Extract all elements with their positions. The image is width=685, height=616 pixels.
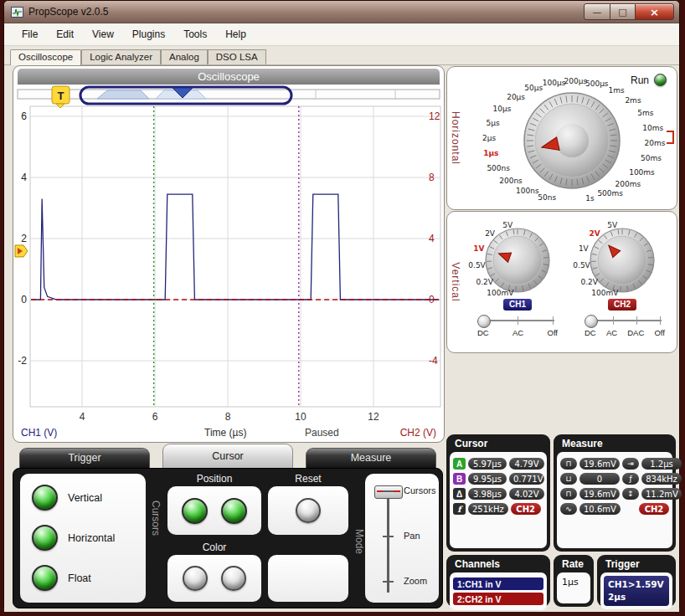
ch2-coupling-off[interactable]: Off <box>654 328 665 337</box>
cursor-channel-badge: CH2 <box>511 503 541 515</box>
timebase-scrollbar[interactable]: T <box>13 85 444 108</box>
menu-item-file[interactable]: File <box>13 26 47 43</box>
cursor-f-value-1: 251kHz <box>468 503 508 515</box>
ch1-scale-100mv[interactable]: 100mV <box>487 289 513 297</box>
ch2-coupling-dc[interactable]: DC <box>585 328 596 337</box>
menu-item-tools[interactable]: Tools <box>174 26 216 43</box>
timebase-scale-20-s[interactable]: 20µs <box>507 93 525 101</box>
channel-row-2-ch2-in-v[interactable]: 2:CH2 in V <box>453 593 543 605</box>
ch1-scale-5v[interactable]: 5V <box>502 221 512 229</box>
maximize-button[interactable]: □ <box>610 3 635 20</box>
trigger-settings[interactable]: CH1>1.59V 2µs <box>604 576 669 606</box>
timebase-scale-20ms[interactable]: 20ms <box>644 139 665 147</box>
timebase-scale-10-s[interactable]: 10µs <box>493 105 512 113</box>
timebase-scale-5-s[interactable]: 5µs <box>487 119 500 127</box>
timebase-scale-500ns[interactable]: 500ns <box>487 164 510 172</box>
timebase-scale-5ms[interactable]: 5ms <box>637 109 653 117</box>
tab-oscilloscope[interactable]: Oscilloscope <box>10 49 81 65</box>
controls-tab-trigger[interactable]: Trigger <box>19 448 150 468</box>
run-led-button[interactable] <box>654 74 667 86</box>
ch2-scale-2v[interactable]: 2V <box>589 229 600 238</box>
ch1-coupling-dc[interactable]: DC <box>477 328 489 337</box>
rate-value: 1µs <box>559 575 588 589</box>
timebase-scale-1s[interactable]: 1s <box>585 194 594 203</box>
ch2-scale-100mv[interactable]: 100mV <box>591 289 618 297</box>
close-button[interactable]: × <box>635 3 674 20</box>
mode-slider-handle[interactable] <box>374 485 403 499</box>
mode-group-label: Mode <box>353 529 365 554</box>
controls-tab-measure[interactable]: Measure <box>306 448 436 468</box>
menu-item-help[interactable]: Help <box>216 26 255 43</box>
timebase-scale-200ns[interactable]: 200ns <box>499 177 523 185</box>
timebase-scale-1-s[interactable]: 1µs <box>483 149 498 157</box>
mode-option-cursors[interactable]: Cursors <box>404 485 436 495</box>
timebase-scale-200ms[interactable]: 200ms <box>615 180 641 188</box>
horizontal-panel: Horizontal Run 50ns100ns200ns500ns1µs2µs… <box>446 66 677 210</box>
vertical-cursor-led-button[interactable] <box>32 485 58 511</box>
titlebar[interactable]: PropScope v2.0.5 — □ × <box>4 1 679 23</box>
ch1-badge: CH1 <box>503 299 532 311</box>
color-knob-1[interactable] <box>183 566 208 591</box>
ch1-coupling-slider[interactable]: DCACOff <box>476 314 559 337</box>
controls-tab-cursor[interactable]: Cursor <box>162 444 293 468</box>
trigger-time-marker[interactable]: T <box>52 86 70 108</box>
ch2-coupling-handle[interactable] <box>585 315 598 328</box>
position-knob-2[interactable] <box>221 498 247 524</box>
horizontal-cursor-led-button[interactable] <box>32 525 58 551</box>
scope-plot[interactable]: 46810126420-212840-4 <box>13 66 444 442</box>
reset-button[interactable] <box>296 498 321 523</box>
app-icon <box>11 7 23 18</box>
ch1-scale-0-2v[interactable]: 0.2V <box>476 278 493 286</box>
ch2-coupling-slider[interactable]: DCACDACOff <box>583 314 667 337</box>
timebase-scale-100ms[interactable]: 100ms <box>629 168 655 177</box>
ch1-scale-0-5v[interactable]: 0.5V <box>468 261 485 270</box>
timebase-scale-100-s[interactable]: 100µs <box>543 79 566 87</box>
plot-footer: CH1 (V) Time (µs) Paused CH2 (V) <box>13 427 444 439</box>
cursors-group-label: Cursors <box>150 501 162 536</box>
minimize-button[interactable]: — <box>584 3 610 20</box>
measure-panel-title: Measure <box>554 434 676 452</box>
position-knob-1[interactable] <box>182 498 208 524</box>
tab-logic-analyzer[interactable]: Logic Analyzer <box>81 49 161 64</box>
ch2-scale-1v[interactable]: 1V <box>579 244 589 253</box>
tab-dso-lsa[interactable]: DSO LSA <box>208 49 266 64</box>
float-cursor-led-button[interactable] <box>32 565 58 591</box>
timebase-scale-2ms[interactable]: 2ms <box>625 96 641 105</box>
color-knob-2[interactable] <box>221 566 246 591</box>
svg-text:4: 4 <box>80 411 85 423</box>
svg-text:12: 12 <box>429 110 440 122</box>
ch1-coupling-off[interactable]: Off <box>548 328 559 337</box>
menu-item-view[interactable]: View <box>83 26 123 43</box>
mode-option-zoom[interactable]: Zoom <box>404 576 427 586</box>
cursor-badge-b: B <box>453 473 466 485</box>
ch2-coupling-ac[interactable]: AC <box>606 328 617 337</box>
mode-option-pan[interactable]: Pan <box>404 531 420 541</box>
ch1-scale-2v[interactable]: 2V <box>485 229 495 238</box>
ch2-scale-5v[interactable]: 5V <box>607 221 617 229</box>
ch2-coupling-dac[interactable]: DAC <box>627 328 644 337</box>
timebase-scale-50ns[interactable]: 50ns <box>538 193 556 202</box>
timebase-scale-2-s[interactable]: 2µs <box>482 134 496 142</box>
measure-value: 19.6mV <box>579 488 620 500</box>
ch2-scale-0-2v[interactable]: 0.2V <box>581 278 598 286</box>
tab-analog[interactable]: Analog <box>161 49 208 64</box>
timebase-scale-100ns[interactable]: 100ns <box>516 187 539 195</box>
ch1-coupling-ac[interactable]: AC <box>512 328 523 337</box>
menu-item-plugins[interactable]: Plugins <box>123 26 174 43</box>
timebase-scale-50ms[interactable]: 50ms <box>641 154 662 162</box>
timebase-scale-500-s[interactable]: 500µs <box>585 80 609 88</box>
timebase-scale-200-s[interactable]: 200µs <box>564 77 588 85</box>
ch1-scale-1v[interactable]: 1V <box>473 244 484 253</box>
timebase-scale-500ms[interactable]: 500ms <box>597 189 623 198</box>
ch1-axis-label: CH1 (V) <box>21 427 57 439</box>
ch2-scale-0-5v[interactable]: 0.5V <box>573 261 590 270</box>
trigger-settings-panel: Trigger CH1>1.59V 2µs <box>597 555 676 607</box>
timebase-scale-10ms[interactable]: 10ms <box>642 124 663 132</box>
menu-item-edit[interactable]: Edit <box>47 26 83 43</box>
timebase-scale-50-s[interactable]: 50µs <box>524 84 543 92</box>
channel-row-1-ch1-in-v[interactable]: 1:CH1 in V <box>453 578 543 590</box>
ch1-coupling-handle[interactable] <box>477 315 491 328</box>
mode-slider-track[interactable] <box>387 487 389 593</box>
cursor-type-group: VerticalHorizontalFloat <box>20 474 146 603</box>
timebase-scale-1ms[interactable]: 1ms <box>609 86 625 95</box>
